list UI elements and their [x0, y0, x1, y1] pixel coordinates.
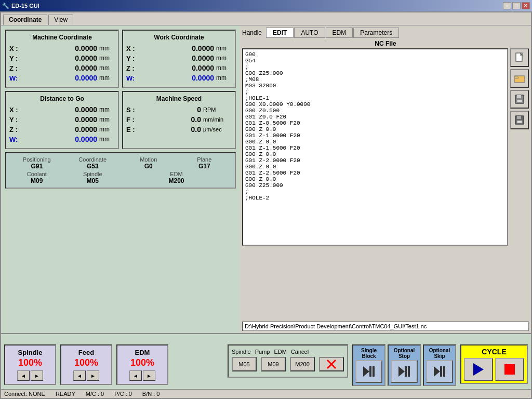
dtg-z-unit: mm	[99, 126, 115, 133]
dtg-y-label: Y :	[9, 116, 24, 124]
ms-f-unit: mm/min	[203, 116, 232, 123]
spindle-m05-button[interactable]: M05	[232, 357, 257, 371]
optional-skip-group: OptionalSkip	[423, 344, 456, 386]
dtg-y-unit: mm	[99, 116, 115, 123]
open-file-button[interactable]	[510, 69, 529, 88]
single-block-title: SingleBlock	[355, 348, 382, 359]
optional-skip-title: OptionalSkip	[426, 348, 453, 359]
nc-file-textarea[interactable]	[242, 48, 508, 246]
status-box: Positioning G91 Coordinate G53 Motion G0…	[5, 152, 236, 189]
spindle-feed-section: Spindle 100% ◄ ► Feed 100% ◄ ► E	[4, 344, 223, 385]
nc-file-section: NC File	[242, 40, 529, 331]
mc-w-unit: mm	[99, 74, 115, 82]
cycle-play-button[interactable]	[464, 358, 493, 381]
cancel-btn-item: Cancel	[291, 349, 309, 355]
maximize-button[interactable]: □	[512, 2, 521, 9]
cancel-button[interactable]	[319, 357, 344, 371]
dtg-z-value: 0.0000	[24, 125, 99, 134]
spindle-increase-button[interactable]: ►	[31, 370, 43, 381]
nc-file-title: NC File	[242, 40, 529, 47]
minimize-button[interactable]: –	[503, 2, 511, 9]
coordinate-value: G53	[65, 163, 121, 170]
ms-f-label: F :	[126, 116, 141, 124]
spindle-decrease-button[interactable]: ◄	[17, 370, 30, 381]
handle-label: Handle	[242, 29, 262, 36]
right-panel: Handle EDIT AUTO EDM Parameters NC File	[240, 25, 531, 333]
nc-buttons	[510, 48, 529, 320]
dtg-title: Distance to Go	[9, 95, 115, 102]
mc-w-value: 0.0000	[24, 74, 99, 82]
wc-y-label: Y :	[126, 55, 141, 62]
cycle-stop-button[interactable]	[495, 358, 524, 381]
coolant-label: Coolant	[9, 171, 64, 177]
spindle-btn-label: Spindle	[232, 349, 251, 355]
new-file-button[interactable]	[510, 48, 529, 67]
tab-coordinate[interactable]: Coordinate	[3, 15, 47, 25]
motion-value: G0	[121, 163, 176, 170]
mc-z-unit: mm	[99, 64, 115, 72]
tab-edm[interactable]: EDM	[326, 28, 353, 38]
footer-connect: Connect: NONE	[4, 391, 45, 397]
mc-z-value: 0.0000	[24, 64, 99, 72]
feed-control-group: Feed 100% ◄ ►	[60, 344, 112, 385]
main-tab-bar: Coordinate View	[1, 12, 531, 25]
mc-x-label: X :	[9, 45, 24, 52]
single-block-button[interactable]	[355, 360, 382, 383]
ms-e-label: E :	[126, 126, 141, 134]
footer-ready: READY	[56, 391, 75, 397]
dtg-x-unit: mm	[99, 106, 115, 113]
wc-w-unit: mm	[216, 74, 232, 82]
coordinate-label: Coordinate	[65, 156, 121, 163]
cycle-title: CYCLE	[463, 348, 525, 356]
close-button[interactable]: ✕	[522, 2, 530, 9]
edm-decrease-button[interactable]: ◄	[129, 370, 142, 381]
spindle-ctrl-title: Spindle	[8, 349, 52, 356]
app-title: ED-15 GUI	[11, 3, 39, 9]
edm-m200-button[interactable]: M200	[290, 357, 315, 371]
spindle-label: Spindle	[65, 171, 121, 177]
status-bar-footer: Connect: NONE READY M/C : 0 P/C : 0 B/N …	[1, 389, 531, 398]
edm-increase-button[interactable]: ►	[143, 370, 155, 381]
spindle-value: M05	[65, 177, 121, 184]
dtg-y-value: 0.0000	[24, 115, 99, 124]
edm-btn-item: EDM	[274, 349, 286, 355]
optional-stop-button[interactable]	[391, 360, 418, 383]
svg-marker-11	[363, 366, 369, 377]
feed-increase-button[interactable]: ►	[87, 370, 99, 381]
spindle-control-group: Spindle 100% ◄ ►	[4, 344, 56, 385]
mc-y-value: 0.0000	[24, 54, 99, 62]
plane-value: G17	[177, 163, 232, 170]
save-file-button[interactable]	[510, 90, 529, 109]
feed-ctrl-value: 100%	[64, 357, 108, 368]
tab-auto[interactable]: AUTO	[294, 28, 325, 38]
ms-e-unit: μm/sec	[203, 126, 232, 132]
wc-y-value: 0.0000	[141, 54, 216, 62]
distance-to-go-box: Distance to Go X : 0.0000 mm Y : 0.0000 …	[5, 91, 119, 149]
footer-pc: P/C : 0	[114, 391, 132, 397]
optional-skip-button[interactable]	[426, 360, 453, 383]
cycle-section: CYCLE	[460, 344, 528, 384]
mc-x-value: 0.0000	[24, 44, 99, 52]
work-coord-title: Work Coordinate	[126, 34, 232, 41]
ms-f-value: 0.0	[141, 115, 203, 124]
feed-ctrl-title: Feed	[64, 349, 108, 356]
mode-buttons-group: SingleBlock OptionalStop	[352, 344, 456, 386]
tab-view[interactable]: View	[48, 15, 73, 25]
ms-s-label: S :	[126, 106, 141, 114]
dtg-x-label: X :	[9, 106, 24, 114]
spindle-pump-edm-group: Spindle Pump EDM Cancel M05	[228, 344, 348, 378]
save-as-file-button[interactable]	[510, 111, 529, 129]
feed-decrease-button[interactable]: ◄	[73, 370, 86, 381]
svg-rect-8	[517, 121, 522, 123]
dtg-x-value: 0.0000	[24, 105, 99, 114]
tab-parameters[interactable]: Parameters	[353, 28, 399, 38]
plane-label: Plane	[177, 156, 232, 163]
bottom-area: Spindle 100% ◄ ► Feed 100% ◄ ► E	[1, 333, 531, 389]
ms-s-value: 0	[141, 105, 203, 114]
edm-ctrl-value: 100%	[121, 357, 164, 368]
mc-x-unit: mm	[99, 45, 115, 52]
left-panel: Machine Coordinate X : 0.0000 mm Y : 0.0…	[1, 25, 240, 333]
wc-z-value: 0.0000	[141, 64, 216, 72]
pump-m09-button[interactable]: M09	[261, 357, 286, 371]
tab-edit[interactable]: EDIT	[266, 28, 294, 38]
